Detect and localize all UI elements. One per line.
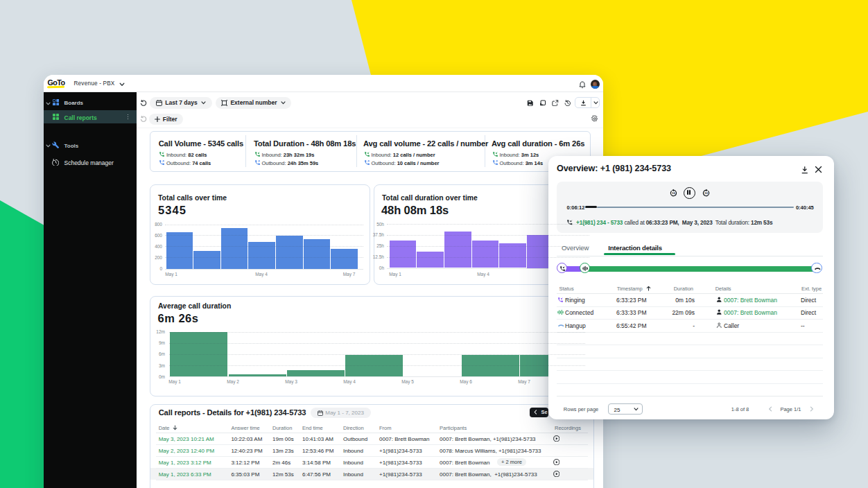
svg-text:10: 10 — [672, 191, 675, 195]
svg-text:10: 10 — [704, 191, 708, 195]
